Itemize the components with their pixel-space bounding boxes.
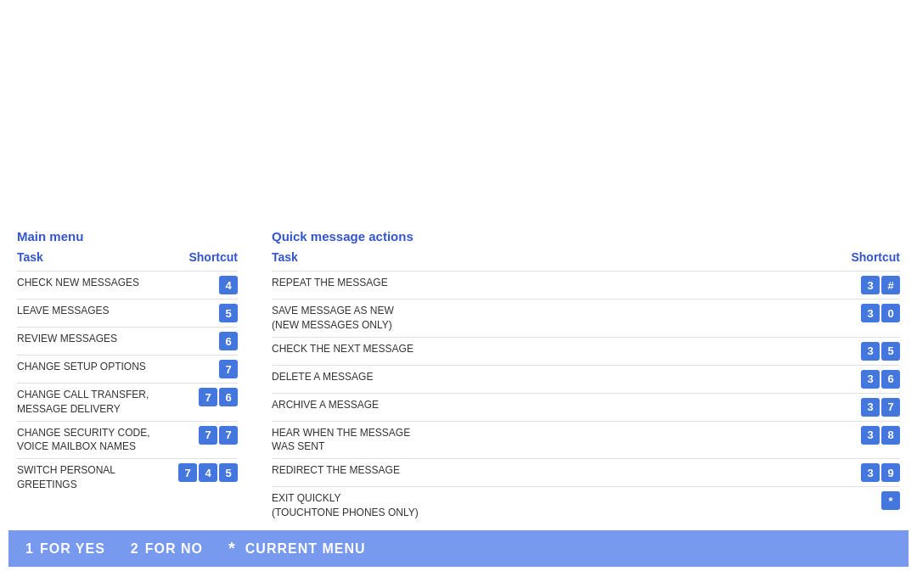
table-row: ARCHIVE A MESSAGE37 bbox=[272, 393, 900, 421]
main-shortcut-header: Shortcut bbox=[170, 250, 238, 264]
task-label: SAVE MESSAGE AS NEW (NEW MESSAGES ONLY) bbox=[272, 304, 841, 333]
task-label: REVIEW MESSAGES bbox=[17, 332, 178, 346]
shortcut-badge: 7 bbox=[219, 426, 238, 445]
shortcut-badges: 3# bbox=[841, 276, 900, 294]
shortcut-badge: 7 bbox=[881, 398, 900, 417]
task-label: EXIT QUICKLY (TOUCHTONE PHONES ONLY) bbox=[272, 491, 841, 520]
shortcut-badges: * bbox=[841, 491, 900, 510]
table-row: SWITCH PERSONAL GREETINGS745 bbox=[17, 458, 238, 496]
shortcut-badge: 3 bbox=[861, 342, 880, 361]
task-label: CHECK NEW MESSAGES bbox=[17, 276, 178, 290]
footer-no-num: 2 bbox=[131, 541, 138, 557]
table-row: CHANGE CALL TRANSFER, MESSAGE DELIVERY76 bbox=[17, 383, 238, 421]
shortcut-badge: 8 bbox=[881, 426, 900, 445]
shortcut-badge: * bbox=[881, 491, 900, 510]
table-row: CHANGE SECURITY CODE, VOICE MAILBOX NAME… bbox=[17, 421, 238, 459]
task-label: REPEAT THE MESSAGE bbox=[272, 276, 841, 290]
task-label: CHECK THE NEXT MESSAGE bbox=[272, 342, 841, 356]
quick-menu-section: Quick message actions Task Shortcut REPE… bbox=[272, 229, 900, 524]
shortcut-badge: 3 bbox=[861, 276, 880, 294]
shortcut-badge: 9 bbox=[881, 463, 900, 482]
shortcut-badge: 3 bbox=[861, 463, 880, 482]
shortcut-badges: 4 bbox=[178, 276, 238, 294]
table-row: EXIT QUICKLY (TOUCHTONE PHONES ONLY)* bbox=[272, 486, 900, 524]
main-menu-title: Main menu bbox=[17, 229, 238, 244]
footer-yes-label: FOR YES bbox=[40, 541, 105, 557]
shortcut-badge: 0 bbox=[881, 304, 900, 322]
main-menu-header: Task Shortcut bbox=[17, 250, 238, 267]
task-label: CHANGE SECURITY CODE, VOICE MAILBOX NAME… bbox=[17, 426, 178, 455]
shortcut-badge: 5 bbox=[219, 463, 238, 482]
shortcut-badge: # bbox=[881, 276, 900, 294]
table-row: CHECK THE NEXT MESSAGE35 bbox=[272, 337, 900, 365]
table-row: CHANGE SETUP OPTIONS7 bbox=[17, 355, 238, 383]
quick-menu-rows: REPEAT THE MESSAGE3#SAVE MESSAGE AS NEW … bbox=[272, 271, 900, 524]
shortcut-badges: 6 bbox=[178, 332, 238, 350]
task-label: CHANGE CALL TRANSFER, MESSAGE DELIVERY bbox=[17, 388, 178, 417]
shortcut-badges: 38 bbox=[841, 426, 900, 445]
shortcut-badges: 30 bbox=[841, 304, 900, 322]
shortcut-badge: 4 bbox=[199, 463, 217, 482]
quick-menu-header: Task Shortcut bbox=[272, 250, 900, 267]
shortcut-badge: 6 bbox=[219, 388, 238, 406]
main-menu-rows: CHECK NEW MESSAGES4LEAVE MESSAGES5REVIEW… bbox=[17, 271, 238, 496]
footer-current-menu: CURRENT MENU bbox=[245, 541, 366, 557]
shortcut-badges: 5 bbox=[178, 304, 238, 322]
table-row: CHECK NEW MESSAGES4 bbox=[17, 271, 238, 299]
table-row: DELETE A MESSAGE36 bbox=[272, 365, 900, 393]
shortcut-badges: 35 bbox=[841, 342, 900, 361]
main-task-header: Task bbox=[17, 250, 170, 264]
shortcut-badge: 7 bbox=[199, 426, 217, 445]
table-row: HEAR WHEN THE MESSAGE WAS SENT38 bbox=[272, 421, 900, 459]
shortcut-badge: 4 bbox=[219, 276, 238, 294]
footer-no: 2 FOR NO bbox=[131, 541, 203, 557]
shortcut-badge: 3 bbox=[861, 398, 880, 417]
table-row: REDIRECT THE MESSAGE39 bbox=[272, 458, 900, 486]
footer-no-label: FOR NO bbox=[145, 541, 203, 557]
shortcut-badge: 7 bbox=[178, 463, 197, 482]
shortcut-badge: 5 bbox=[219, 304, 238, 322]
task-label: REDIRECT THE MESSAGE bbox=[272, 463, 841, 478]
quick-menu-title: Quick message actions bbox=[272, 229, 900, 244]
footer-yes: 1 FOR YES bbox=[25, 541, 105, 557]
shortcut-badges: 36 bbox=[841, 370, 900, 389]
task-label: HEAR WHEN THE MESSAGE WAS SENT bbox=[272, 426, 841, 455]
shortcut-badge: 3 bbox=[861, 370, 880, 389]
task-label: CHANGE SETUP OPTIONS bbox=[17, 360, 178, 374]
footer-yes-num: 1 bbox=[25, 541, 33, 557]
shortcut-badges: 76 bbox=[178, 388, 238, 406]
footer-bar: 1 FOR YES 2 FOR NO * CURRENT MENU bbox=[8, 530, 909, 567]
shortcut-badge: 6 bbox=[219, 332, 238, 350]
task-label: SWITCH PERSONAL GREETINGS bbox=[17, 463, 178, 492]
shortcut-badge: 7 bbox=[219, 360, 238, 378]
task-label: DELETE A MESSAGE bbox=[272, 370, 841, 384]
quick-shortcut-header: Shortcut bbox=[832, 250, 900, 264]
content-area: Main menu Task Shortcut CHECK NEW MESSAG… bbox=[8, 229, 909, 524]
shortcut-badges: 77 bbox=[178, 426, 238, 445]
table-row: SAVE MESSAGE AS NEW (NEW MESSAGES ONLY)3… bbox=[272, 299, 900, 337]
task-label: ARCHIVE A MESSAGE bbox=[272, 398, 841, 412]
shortcut-badges: 7 bbox=[178, 360, 238, 378]
shortcut-badge: 3 bbox=[861, 304, 880, 322]
shortcut-badge: 7 bbox=[199, 388, 217, 406]
main-menu-section: Main menu Task Shortcut CHECK NEW MESSAG… bbox=[17, 229, 238, 524]
table-row: LEAVE MESSAGES5 bbox=[17, 299, 238, 327]
table-row: REPEAT THE MESSAGE3# bbox=[272, 271, 900, 299]
footer-star: * bbox=[228, 539, 235, 558]
quick-task-header: Task bbox=[272, 250, 832, 264]
shortcut-badge: 5 bbox=[881, 342, 900, 361]
shortcut-badge: 6 bbox=[881, 370, 900, 389]
table-row: REVIEW MESSAGES6 bbox=[17, 327, 238, 355]
shortcut-badges: 745 bbox=[178, 463, 238, 482]
shortcut-badges: 39 bbox=[841, 463, 900, 482]
task-label: LEAVE MESSAGES bbox=[17, 304, 178, 318]
shortcut-badges: 37 bbox=[841, 398, 900, 417]
shortcut-badge: 3 bbox=[861, 426, 880, 445]
